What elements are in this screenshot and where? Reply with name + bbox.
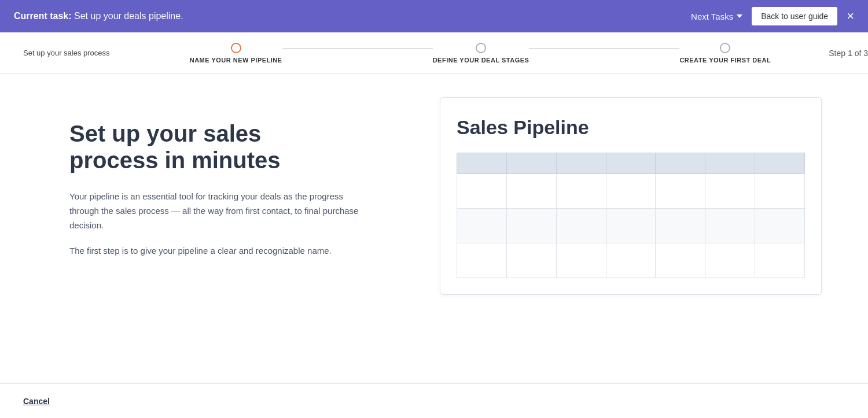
- stepper-left-label: Set up your sales process: [23, 49, 116, 57]
- table-cell-1-4: [606, 174, 656, 209]
- table-cell-3-6: [705, 243, 755, 278]
- table-cell-2-3: [556, 209, 606, 243]
- step-3: Create your first deal: [679, 43, 771, 64]
- main-description-1: Your pipeline is an essential tool for t…: [69, 190, 370, 232]
- left-panel: Set up your salesprocess in minutes Your…: [0, 74, 405, 383]
- table-cell-2-1: [457, 209, 507, 243]
- table-row-1: [457, 174, 805, 209]
- table-cell-2-2: [506, 209, 556, 243]
- banner-right: Next Tasks Back to user guide ×: [691, 7, 854, 25]
- table-header-cell-1: [457, 153, 507, 174]
- table-cell-2-5: [656, 209, 705, 243]
- table-cell-3-5: [656, 243, 705, 278]
- step-2: Define your deal stages: [433, 43, 529, 64]
- step-3-label: Create your first deal: [679, 57, 771, 64]
- table-row-2: [457, 209, 805, 243]
- step-2-label: Define your deal stages: [433, 57, 529, 64]
- banner-title: Current task: Set up your deals pipeline…: [14, 11, 183, 21]
- table-cell-3-7: [755, 243, 805, 278]
- table-header-cell-6: [705, 153, 755, 174]
- table-cell-1-1: [457, 174, 507, 209]
- stepper-bar: Set up your sales process Name your new …: [0, 32, 868, 74]
- top-banner: Current task: Set up your deals pipeline…: [0, 0, 868, 32]
- pipeline-card: Sales Pipeline: [440, 97, 822, 295]
- table-header-cell-2: [506, 153, 556, 174]
- table-cell-3-1: [457, 243, 507, 278]
- table-cell-1-6: [705, 174, 755, 209]
- next-tasks-button[interactable]: Next Tasks: [691, 12, 742, 21]
- step-3-circle: [720, 43, 730, 53]
- step-1-label: Name your new pipeline: [190, 57, 282, 64]
- main-content: Set up your salesprocess in minutes Your…: [0, 74, 868, 383]
- back-to-guide-button[interactable]: Back to user guide: [752, 7, 837, 25]
- banner-text: Set up your deals pipeline.: [74, 11, 183, 21]
- stepper-steps: Name your new pipeline Define your deal …: [116, 43, 845, 64]
- main-description-2: The first step is to give your pipeline …: [69, 244, 370, 258]
- step-connector-1: [282, 48, 433, 49]
- table-cell-3-4: [606, 243, 656, 278]
- right-panel: Sales Pipeline: [405, 74, 868, 383]
- table-header-cell-4: [606, 153, 656, 174]
- chevron-down-icon: [737, 14, 742, 18]
- step-1-circle: [231, 43, 241, 53]
- table-cell-3-3: [556, 243, 606, 278]
- footer: Cancel: [0, 383, 868, 418]
- table-cell-1-2: [506, 174, 556, 209]
- table-row-3: [457, 243, 805, 278]
- table-header-cell-5: [656, 153, 705, 174]
- step-connector-2: [529, 48, 679, 49]
- table-header-cell-3: [556, 153, 606, 174]
- table-cell-1-7: [755, 174, 805, 209]
- pipeline-table: [457, 153, 805, 278]
- table-header-row: [457, 153, 805, 174]
- table-cell-2-4: [606, 209, 656, 243]
- pipeline-card-title: Sales Pipeline: [457, 116, 805, 139]
- step-counter: Step 1 of 3: [829, 49, 868, 58]
- step-1: Name your new pipeline: [190, 43, 282, 64]
- table-cell-1-3: [556, 174, 606, 209]
- table-cell-2-7: [755, 209, 805, 243]
- table-cell-3-2: [506, 243, 556, 278]
- next-tasks-label: Next Tasks: [691, 12, 733, 21]
- banner-prefix: Current task:: [14, 11, 72, 21]
- table-cell-1-5: [656, 174, 705, 209]
- table-cell-2-6: [705, 209, 755, 243]
- main-heading: Set up your salesprocess in minutes: [69, 120, 370, 173]
- close-button[interactable]: ×: [847, 10, 854, 23]
- table-header-cell-7: [755, 153, 805, 174]
- step-2-circle: [476, 43, 486, 53]
- cancel-button[interactable]: Cancel: [23, 397, 50, 406]
